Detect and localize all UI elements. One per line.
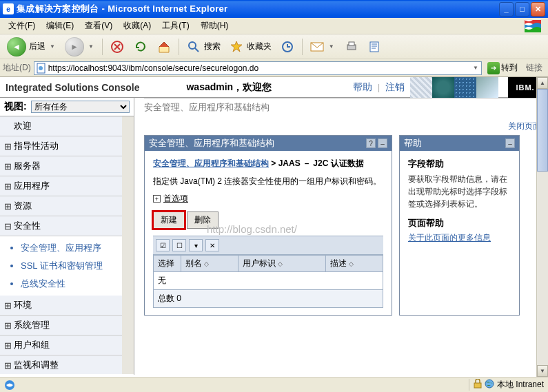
main-portlet: 安全管理、应用程序和基础结构 ? – 安全管理、应用程序和基础结构 > JAAS… xyxy=(144,135,392,316)
nav-item-users[interactable]: ⊞用户和组 xyxy=(0,336,134,355)
portlet-min-icon[interactable]: – xyxy=(378,138,387,148)
col-userid[interactable]: 用户标识◇ xyxy=(239,256,325,272)
sort-icon[interactable]: ◇ xyxy=(204,260,209,267)
mail-button[interactable]: ▼ xyxy=(307,38,338,56)
minimize-button[interactable]: _ xyxy=(499,2,514,17)
nav-item-guided[interactable]: ⊞指导性活动 xyxy=(0,136,134,156)
expand-icon[interactable]: ⊞ xyxy=(4,181,11,192)
home-button[interactable] xyxy=(154,38,174,56)
scroll-down-icon[interactable]: ▼ xyxy=(537,365,548,377)
select-all-icon[interactable]: ☑ xyxy=(156,239,170,251)
back-dropdown-icon[interactable]: ▼ xyxy=(48,43,57,50)
help-link[interactable]: 帮助 xyxy=(353,81,372,94)
forward-dropdown-icon[interactable]: ▼ xyxy=(87,43,95,50)
forward-button[interactable]: ► ▼ xyxy=(62,36,98,58)
menu-tools[interactable]: 工具(T) xyxy=(158,19,193,33)
menu-file[interactable]: 文件(F) xyxy=(4,19,39,33)
links-label[interactable]: 链接 xyxy=(523,62,545,74)
expand-icon[interactable]: ⊞ xyxy=(4,141,11,152)
delete-button[interactable]: 删除 xyxy=(187,212,219,229)
edit-button[interactable] xyxy=(365,38,385,56)
col-alias[interactable]: 别名◇ xyxy=(181,256,239,272)
view-select[interactable]: 所有任务 xyxy=(31,101,130,113)
back-button[interactable]: ◄ 后退 ▼ xyxy=(4,36,59,58)
menu-view[interactable]: 查看(V) xyxy=(81,19,116,33)
nav-sub-ssl[interactable]: SSL 证书和密钥管理 xyxy=(21,257,134,275)
expand-icon[interactable]: ⊞ xyxy=(4,161,11,172)
expand-icon[interactable]: ⊞ xyxy=(4,340,11,351)
nav-item-applications[interactable]: ⊞应用程序 xyxy=(0,176,134,196)
url-dropdown-icon[interactable]: ▼ xyxy=(471,65,480,71)
mail-icon xyxy=(309,39,325,54)
collapse-icon[interactable]: ⊟ xyxy=(4,221,11,231)
search-button[interactable]: 搜索 xyxy=(183,38,223,56)
menu-favorites[interactable]: 收藏(A) xyxy=(119,19,155,33)
breadcrumb-link[interactable]: 安全管理、应用程序和基础结构 xyxy=(153,158,269,168)
expand-icon[interactable]: ⊞ xyxy=(4,320,11,331)
help-portlet-header: 帮助 – xyxy=(400,136,519,151)
col-select[interactable]: 选择 xyxy=(154,256,181,272)
security-zone: 本地 Intranet xyxy=(469,379,544,391)
home-icon xyxy=(156,39,172,54)
expand-icon[interactable]: ⊞ xyxy=(4,201,11,212)
nav-item-welcome[interactable]: 欢迎 xyxy=(0,116,134,136)
maximize-button[interactable]: □ xyxy=(515,2,529,17)
preferences-label: 首选项 xyxy=(163,193,188,205)
history-icon xyxy=(280,39,295,54)
sort-icon[interactable]: ◇ xyxy=(349,260,354,267)
nav-sub-admin[interactable]: 安全管理、应用程序 xyxy=(21,239,134,257)
menu-help[interactable]: 帮助(H) xyxy=(196,19,233,33)
portlet-help-icon[interactable]: ? xyxy=(366,138,376,148)
separator xyxy=(179,39,179,55)
breadcrumb-context: 安全管理、应用程序和基础结构 xyxy=(144,98,548,118)
addressbar: 地址(D) ▼ ➔ 转到 链接 xyxy=(0,59,548,77)
print-button[interactable] xyxy=(341,38,362,56)
new-button[interactable]: 新建 xyxy=(153,212,185,229)
forward-arrow-icon: ► xyxy=(65,37,84,56)
url-field[interactable]: ▼ xyxy=(34,61,482,75)
nav-item-monitoring[interactable]: ⊞监视和调整 xyxy=(0,355,134,374)
search-icon xyxy=(186,39,201,54)
window-title: 集成解决方案控制台 - Microsoft Internet Explorer xyxy=(17,3,499,15)
breadcrumb: 安全管理、应用程序和基础结构 > JAAS － J2C 认证数据 xyxy=(153,158,383,169)
svg-rect-11 xyxy=(474,383,481,388)
page-help-link[interactable]: 关于此页面的更多信息 xyxy=(408,233,491,243)
refresh-icon xyxy=(133,39,148,54)
clear-filter-icon[interactable]: ✕ xyxy=(205,239,219,251)
nav-item-security[interactable]: ⊟安全性 xyxy=(0,216,134,236)
expand-preferences-icon[interactable]: + xyxy=(153,195,161,203)
menu-edit[interactable]: 编辑(E) xyxy=(42,19,78,33)
svg-point-12 xyxy=(485,380,494,388)
nav-item-servers[interactable]: ⊞服务器 xyxy=(0,156,134,176)
portlet-min-icon[interactable]: – xyxy=(505,138,515,148)
scroll-thumb[interactable] xyxy=(537,89,548,172)
zone-label: 本地 Intranet xyxy=(497,379,544,391)
nav-item-environment[interactable]: ⊞环境 xyxy=(0,296,134,316)
deselect-all-icon[interactable]: ☐ xyxy=(172,239,186,251)
favorites-label: 收藏夹 xyxy=(247,41,272,52)
chevron-down-icon[interactable]: ▼ xyxy=(327,43,336,50)
nav-item-sysadmin[interactable]: ⊞系统管理 xyxy=(0,316,134,336)
logout-link[interactable]: 注销 xyxy=(385,81,405,94)
nav-sub-bus[interactable]: 总线安全性 xyxy=(21,275,134,293)
favorites-button[interactable]: 收藏夹 xyxy=(226,38,274,56)
refresh-button[interactable] xyxy=(130,38,151,56)
preferences-row[interactable]: + 首选项 xyxy=(153,193,383,205)
history-button[interactable] xyxy=(277,38,298,56)
content-area: 安全管理、应用程序和基础结构 关闭页面 安全管理、应用程序和基础结构 ? – 安… xyxy=(134,98,548,375)
scroll-up-icon[interactable]: ▲ xyxy=(537,77,548,89)
close-button[interactable]: ✕ xyxy=(531,2,545,17)
ie-flag-icon xyxy=(522,19,544,33)
vertical-scrollbar[interactable]: ▲ ▼ xyxy=(536,77,548,377)
statusbar: 本地 Intranet xyxy=(0,377,548,392)
nav-item-resources[interactable]: ⊞资源 xyxy=(0,196,134,216)
go-button[interactable]: ➔ 转到 xyxy=(485,62,520,74)
expand-icon[interactable]: ⊞ xyxy=(4,360,11,371)
url-input[interactable] xyxy=(48,63,471,73)
expand-icon[interactable]: ⊞ xyxy=(4,300,11,311)
stop-button[interactable] xyxy=(107,38,128,56)
filter-icon[interactable]: ▾ xyxy=(189,239,203,251)
nav-scrollbar[interactable] xyxy=(122,116,134,374)
sort-icon[interactable]: ◇ xyxy=(278,260,283,267)
col-desc[interactable]: 描述◇ xyxy=(325,256,383,272)
